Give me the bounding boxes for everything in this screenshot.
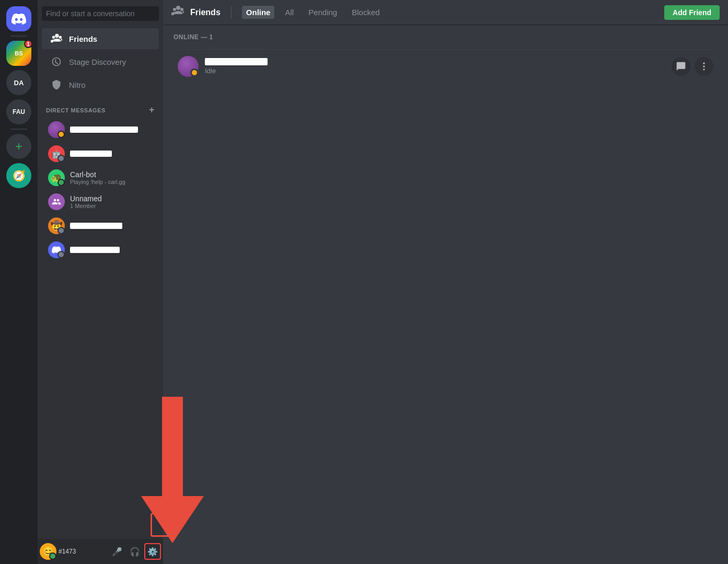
more-options-button[interactable]: [695, 57, 713, 76]
dm-name-redacted-2: [70, 151, 112, 157]
friends-nav-icon: [50, 32, 63, 45]
svg-point-1: [703, 65, 704, 67]
dm-avatar-2: 🤖: [48, 145, 65, 162]
dm-item-6[interactable]: [42, 238, 159, 261]
dm-info-2: [70, 151, 112, 157]
friend-avatar-1: [178, 56, 199, 77]
stage-nav-icon: [50, 55, 63, 68]
dm-item-5[interactable]: 🤠: [42, 214, 159, 237]
nitro-nav-icon: [50, 78, 63, 91]
dm-avatar-5: 🤠: [48, 217, 65, 234]
header-friends-title: Friends: [190, 8, 221, 17]
server-icon-bluestack[interactable]: BS 1: [6, 41, 31, 66]
status-dot-5: [57, 227, 65, 234]
dm-info-1: [70, 126, 138, 133]
tab-pending[interactable]: Pending: [304, 6, 341, 19]
carlbot-name: Carl-bot: [70, 170, 125, 179]
friends-list: ONLINE — 1 Idle: [163, 25, 728, 564]
friend-name-redacted: [205, 58, 268, 65]
server-icon-home[interactable]: [6, 6, 31, 31]
bluestack-badge: 1: [24, 40, 32, 48]
status-dot-6: [57, 251, 65, 258]
add-friend-button[interactable]: Add Friend: [664, 5, 720, 20]
tab-online[interactable]: Online: [242, 6, 275, 19]
friend-item-1[interactable]: Idle: [174, 49, 718, 83]
stage-nav-label: Stage Discovery: [69, 57, 126, 66]
dm-name-redacted-1: [70, 126, 138, 133]
message-friend-button[interactable]: [672, 57, 690, 76]
dm-section-header: DIRECT MESSAGES +: [38, 96, 163, 118]
main-content: Friends Online All Pending Blocked Add F…: [163, 0, 728, 564]
dm-info-unnamed: Unnamed 1 Member: [70, 194, 102, 209]
header-divider: [231, 6, 232, 19]
da-label: DA: [14, 79, 24, 87]
server-divider: [10, 36, 27, 37]
settings-button[interactable]: ⚙️: [144, 543, 161, 560]
main-header: Friends Online All Pending Blocked Add F…: [163, 0, 728, 25]
dm-item-carlbot[interactable]: 🐢 Carl-bot Playing !help - carl.gg: [42, 166, 159, 189]
server-sidebar: BS 1 DA FAU + 🧭: [0, 0, 38, 564]
user-avatar: 😊: [40, 543, 56, 560]
server-icon-explore[interactable]: 🧭: [6, 163, 31, 188]
server-divider-2: [10, 129, 27, 130]
dm-info-6: [70, 247, 120, 253]
friend-name-1: [205, 58, 672, 67]
server-icon-da[interactable]: DA: [6, 70, 31, 95]
carlbot-sub: Playing !help - carl.gg: [70, 179, 125, 185]
fau-label: FAU: [13, 108, 25, 116]
tab-all[interactable]: All: [281, 6, 298, 19]
dm-section-label: DIRECT MESSAGES: [46, 107, 106, 113]
dm-name-redacted-6: [70, 247, 120, 253]
user-tag: #1473: [59, 548, 107, 555]
unnamed-sub: 1 Member: [70, 203, 102, 209]
user-controls: 🎤 🎧 ⚙️: [109, 543, 161, 560]
mute-button[interactable]: 🎤: [109, 543, 125, 560]
status-dot-1: [57, 131, 65, 138]
dm-avatar-unnamed: [48, 193, 65, 210]
nav-item-stage-discovery[interactable]: Stage Discovery: [42, 51, 159, 72]
nav-item-friends[interactable]: Friends: [42, 28, 159, 49]
dm-avatar-carlbot: 🐢: [48, 169, 65, 186]
dm-item-unnamed[interactable]: Unnamed 1 Member: [42, 190, 159, 213]
add-server-icon: +: [15, 139, 22, 154]
friends-header-icon: [171, 5, 184, 20]
user-status-dot: [49, 553, 56, 560]
friends-nav-label: Friends: [69, 34, 97, 43]
dm-item-1[interactable]: [42, 118, 159, 141]
dm-name-redacted-5: [70, 223, 122, 229]
search-box[interactable]: Find or start a conversation: [42, 6, 159, 21]
friend-info-1: Idle: [205, 58, 672, 75]
add-dm-button[interactable]: +: [149, 105, 155, 116]
nav-item-nitro[interactable]: Nitro: [42, 74, 159, 95]
deafen-button[interactable]: 🎧: [126, 543, 143, 560]
status-dot-carlbot: [57, 179, 65, 186]
dm-sidebar: Find or start a conversation Friends Sta…: [38, 0, 163, 564]
server-icon-add-server[interactable]: +: [6, 134, 31, 159]
nitro-nav-label: Nitro: [69, 80, 86, 89]
dm-avatar-1: [48, 121, 65, 138]
status-dot-2: [57, 155, 65, 162]
svg-point-0: [703, 63, 704, 64]
online-header: ONLINE — 1: [174, 33, 718, 41]
svg-point-2: [703, 68, 704, 70]
friend-status-dot-1: [190, 68, 199, 77]
dm-item-2[interactable]: 🤖: [42, 142, 159, 165]
dm-info-carlbot: Carl-bot Playing !help - carl.gg: [70, 170, 125, 185]
bluestack-label: BS: [15, 50, 22, 56]
search-placeholder: Find or start a conversation: [46, 9, 135, 18]
tab-blocked[interactable]: Blocked: [348, 6, 384, 19]
friend-status-1: Idle: [205, 67, 672, 75]
compass-icon: 🧭: [13, 169, 26, 182]
dm-avatar-6: [48, 241, 65, 258]
friend-actions-1: [672, 57, 713, 76]
unnamed-name: Unnamed: [70, 194, 102, 203]
dm-info-5: [70, 223, 122, 229]
user-area: 😊 #1473 🎤 🎧 ⚙️: [38, 539, 163, 564]
server-icon-fau[interactable]: FAU: [6, 99, 31, 124]
